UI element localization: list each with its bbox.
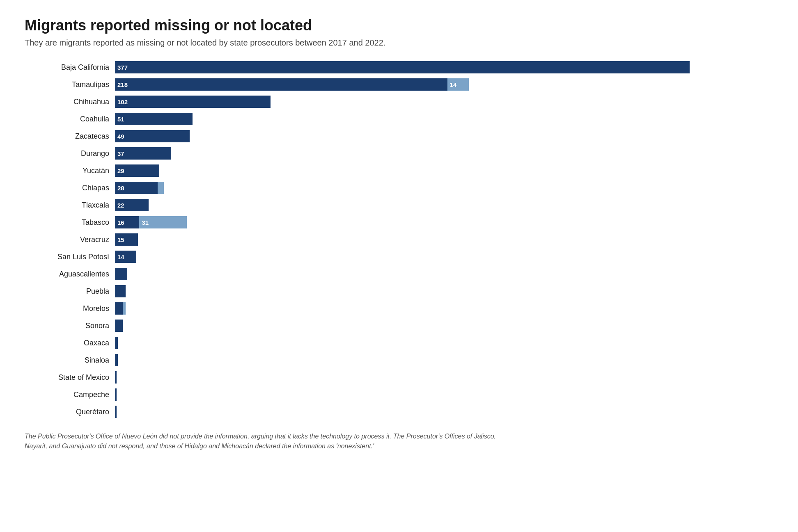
bar-row: Querétaro [25, 404, 773, 419]
bar-container [115, 354, 773, 366]
bar-container [115, 268, 773, 280]
bar-value-primary: 49 [115, 133, 124, 140]
bar-value-primary: 22 [115, 202, 124, 209]
bar-primary [115, 285, 126, 297]
bar-primary [115, 320, 123, 332]
bar-label: San Luis Potosí [25, 253, 115, 261]
bar-value-primary: 28 [115, 185, 124, 192]
bar-row: Coahuila51 [25, 112, 773, 126]
bar-row: Tamaulipas21814 [25, 77, 773, 92]
bar-container: 22 [115, 199, 773, 211]
bar-row: Chihuahua102 [25, 94, 773, 109]
chart-title: Migrants reported missing or not located [25, 16, 773, 34]
bar-primary: 14 [115, 251, 136, 263]
bar-row: San Luis Potosí14 [25, 249, 773, 264]
bar-label: Querétaro [25, 408, 115, 416]
bar-primary: 102 [115, 96, 271, 108]
bar-value-secondary: 31 [139, 219, 149, 226]
bar-row: Aguascalientes [25, 267, 773, 281]
bar-row: Campeche [25, 387, 773, 402]
bar-value-primary: 377 [115, 64, 128, 71]
bar-label: Morelos [25, 304, 115, 313]
bar-label: Zacatecas [25, 132, 115, 141]
bar-label: Campeche [25, 390, 115, 399]
bar-primary [115, 337, 118, 349]
bar-primary: 218 [115, 78, 447, 91]
bar-primary: 28 [115, 182, 158, 194]
bar-value-primary: 15 [115, 236, 124, 243]
bar-value-primary: 14 [115, 253, 124, 260]
bar-label: Chiapas [25, 184, 115, 192]
bar-row: Sonora [25, 318, 773, 333]
bar-value-primary: 29 [115, 167, 124, 174]
bar-primary: 37 [115, 147, 171, 160]
bar-row: Tabasco1631 [25, 215, 773, 230]
bar-container [115, 285, 773, 297]
bar-row: Durango37 [25, 146, 773, 161]
bar-container: 29 [115, 164, 773, 177]
bar-primary: 15 [115, 233, 138, 246]
bar-container: 21814 [115, 78, 773, 91]
bar-container: 1631 [115, 216, 773, 228]
bar-primary [115, 302, 123, 315]
bar-label: Tlaxcala [25, 201, 115, 210]
bar-primary: 22 [115, 199, 149, 211]
bar-value-primary: 37 [115, 150, 124, 157]
bar-row: Morelos [25, 301, 773, 316]
bar-secondary [158, 182, 164, 194]
bar-label: Durango [25, 149, 115, 158]
bar-label: Tabasco [25, 218, 115, 227]
bar-label: Aguascalientes [25, 270, 115, 279]
bar-container: 49 [115, 130, 773, 142]
bar-value-primary: 51 [115, 116, 124, 123]
bar-container [115, 406, 773, 418]
bar-container: 14 [115, 251, 773, 263]
bar-secondary [123, 302, 126, 315]
bar-primary: 16 [115, 216, 139, 228]
bar-container [115, 371, 773, 384]
bar-row: Zacatecas49 [25, 129, 773, 144]
bar-row: State of Mexico [25, 370, 773, 385]
bar-primary [115, 371, 117, 384]
bar-primary: 29 [115, 164, 159, 177]
bar-row: Yucatán29 [25, 163, 773, 178]
bar-label: Tamaulipas [25, 80, 115, 89]
bar-primary [115, 354, 118, 366]
bar-container [115, 337, 773, 349]
bar-label: Sonora [25, 322, 115, 330]
bar-label: Yucatán [25, 167, 115, 175]
bar-container: 37 [115, 147, 773, 160]
bar-secondary: 14 [447, 78, 469, 91]
bar-container [115, 320, 773, 332]
bar-secondary: 31 [139, 216, 186, 228]
chart-area: Baja California377Tamaulipas21814Chihuah… [25, 60, 773, 419]
bar-label: Puebla [25, 287, 115, 296]
bar-label: Oaxaca [25, 339, 115, 347]
bar-label: Chihuahua [25, 98, 115, 106]
bar-value-primary: 102 [115, 98, 128, 105]
bar-primary [115, 406, 117, 418]
bar-container: 15 [115, 233, 773, 246]
bar-primary [115, 388, 117, 401]
bar-value-secondary: 14 [447, 81, 457, 88]
bar-label: Veracruz [25, 235, 115, 244]
bar-container: 377 [115, 61, 773, 73]
bar-row: Baja California377 [25, 60, 773, 75]
footnote: The Public Prosecutor's Office of Nuevo … [25, 432, 517, 451]
bar-container: 102 [115, 96, 773, 108]
bar-container [115, 302, 773, 315]
bar-container [115, 388, 773, 401]
bar-label: Sinaloa [25, 356, 115, 365]
bar-row: Veracruz15 [25, 232, 773, 247]
bar-row: Puebla [25, 284, 773, 299]
bar-label: State of Mexico [25, 373, 115, 382]
bar-primary: 51 [115, 113, 193, 125]
bar-container: 51 [115, 113, 773, 125]
chart-subtitle: They are migrants reported as missing or… [25, 38, 773, 48]
bar-row: Tlaxcala22 [25, 198, 773, 212]
bar-value-primary: 218 [115, 81, 128, 88]
bar-primary [115, 268, 127, 280]
bar-primary: 49 [115, 130, 190, 142]
bar-label: Coahuila [25, 115, 115, 123]
bar-container: 28 [115, 182, 773, 194]
